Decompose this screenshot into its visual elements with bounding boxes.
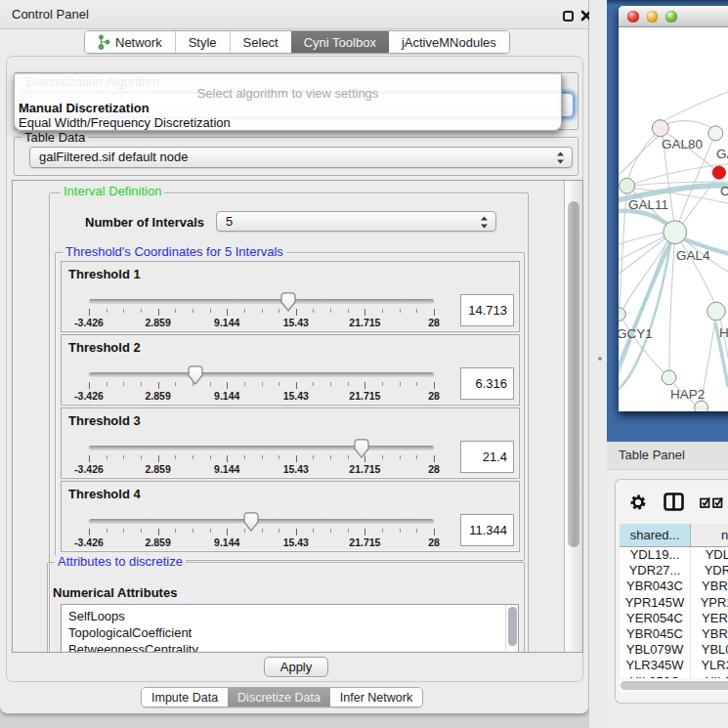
- gear-icon[interactable]: [629, 493, 647, 511]
- slider-tick: [175, 382, 176, 386]
- network-node-gal80[interactable]: [652, 120, 668, 137]
- network-edge[interactable]: [628, 133, 656, 179]
- number-of-intervals-label: Number of Intervals: [85, 215, 204, 230]
- network-edge[interactable]: [664, 121, 713, 129]
- tab-label: jActiveMNodules: [402, 35, 496, 50]
- threshold-value-field[interactable]: 14.713: [460, 294, 514, 326]
- table-horizontal-scrollbar[interactable]: [620, 679, 728, 692]
- table-row[interactable]: YLR345WYLR345W: [620, 658, 728, 673]
- tab-discretize-data[interactable]: Discretize Data: [228, 688, 330, 707]
- slider-tick: [416, 382, 417, 386]
- attribute-list-item[interactable]: TopologicalCoefficient: [62, 624, 518, 641]
- slider-tick: [89, 309, 90, 316]
- attributes-list-scrollbar[interactable]: [505, 605, 518, 653]
- attribute-list-item[interactable]: BetweennessCentrality: [62, 641, 518, 653]
- slider-track[interactable]: [89, 299, 434, 304]
- table-header-shared-name[interactable]: shared...: [620, 524, 691, 546]
- tab-cyni-toolbox[interactable]: Cyni Toolbox: [291, 31, 389, 53]
- table-cell: YPR145W: [620, 595, 691, 611]
- slider-tick-label: -3.426: [64, 317, 113, 328]
- slider-tick: [123, 455, 124, 459]
- tab-infer-network[interactable]: Infer Network: [330, 688, 422, 707]
- dropdown-option-equal-width[interactable]: Equal Width/Frequency Discretization: [15, 115, 561, 130]
- slider-track[interactable]: [89, 446, 434, 450]
- numerical-attributes-list: SelfLoopsTopologicalCoefficientBetweenne…: [61, 604, 519, 653]
- select-all-checkbox-icon[interactable]: [700, 496, 711, 508]
- threshold-value-field[interactable]: 21.4: [460, 441, 514, 473]
- slider-tick: [210, 455, 211, 459]
- slider-thumb[interactable]: [243, 512, 259, 532]
- table-row[interactable]: YBR043CYBR043C: [620, 578, 728, 594]
- slider-tick-label: 9.144: [202, 463, 251, 475]
- network-node-c[interactable]: [712, 166, 725, 179]
- table-row[interactable]: YIL052CYIL052C: [620, 674, 728, 679]
- slider-thumb[interactable]: [188, 365, 203, 385]
- slider-tick: [364, 309, 365, 316]
- network-edge[interactable]: [664, 92, 728, 121]
- tab-jactivemnodules[interactable]: jActiveMNodules: [389, 31, 509, 53]
- dropdown-placeholder-item[interactable]: Select algorithm to view settings: [15, 86, 561, 101]
- slider-tick: [210, 382, 211, 386]
- zoom-traffic-light[interactable]: [665, 11, 677, 22]
- table-row[interactable]: YPR145WYPR145W: [620, 595, 728, 611]
- threshold-label: Threshold 4: [68, 487, 141, 501]
- tab-network[interactable]: Network: [85, 31, 175, 53]
- slider-tick: [330, 309, 331, 313]
- attribute-list-item[interactable]: SelfLoops: [62, 608, 518, 624]
- slider-thumb[interactable]: [354, 439, 369, 458]
- network-canvas[interactable]: GAL80GALCGAL11GAL4GCY1HHAP2: [619, 27, 728, 411]
- network-node-gal11[interactable]: [620, 178, 635, 193]
- deselect-all-checkbox-icon[interactable]: [712, 496, 724, 508]
- dropdown-option-manual[interactable]: Manual Discretization: [15, 101, 561, 115]
- tab-impute-data[interactable]: Impute Data: [142, 688, 228, 707]
- algorithm-dropdown-popup: Select algorithm to view settings Manual…: [14, 73, 562, 131]
- slider-tick-label: 28: [409, 463, 458, 475]
- slider-track[interactable]: [89, 519, 434, 524]
- network-edge[interactable]: [619, 136, 659, 175]
- node-attribute-table: shared... n... YDL19...YDL19...YDR27...Y…: [620, 524, 728, 678]
- table-scrollbar-thumb[interactable]: [621, 681, 728, 690]
- tab-style[interactable]: Style: [175, 31, 230, 53]
- slider-tick: [193, 455, 193, 459]
- network-node-h[interactable]: [707, 302, 726, 321]
- network-node-gal[interactable]: [708, 126, 723, 141]
- settings-scrollbar-thumb[interactable]: [568, 201, 579, 547]
- column-layout-icon[interactable]: [664, 492, 684, 511]
- table-data-combobox[interactable]: galFiltered.sif default node: [29, 147, 573, 168]
- slider-tick: [278, 455, 279, 459]
- tab-label: Select: [243, 35, 278, 50]
- network-edge[interactable]: [619, 244, 670, 391]
- slider-track[interactable]: [89, 372, 434, 377]
- table-row[interactable]: YDL19...YDL19...: [620, 547, 728, 563]
- network-node-gcy1[interactable]: [619, 308, 625, 321]
- network-edge[interactable]: [669, 244, 674, 370]
- slider-tick: [141, 529, 142, 533]
- tab-select[interactable]: Select: [230, 31, 291, 53]
- slider-tick: [416, 309, 417, 313]
- splitter-handle[interactable]: [598, 357, 602, 361]
- network-node-gal4[interactable]: [664, 221, 687, 244]
- network-node[interactable]: [695, 401, 708, 411]
- table-row[interactable]: YBR045CYBR045C: [620, 626, 728, 642]
- number-of-intervals-value: 5: [226, 212, 233, 232]
- apply-button[interactable]: Apply: [264, 657, 328, 677]
- number-of-intervals-spinner[interactable]: 5: [216, 211, 496, 232]
- slider-tick: [227, 529, 228, 535]
- table-row[interactable]: YBL079WYBL079W: [620, 642, 728, 658]
- slider-tick: [107, 455, 107, 459]
- threshold-value-field[interactable]: 6.316: [460, 367, 514, 400]
- slider-tick: [175, 455, 176, 459]
- close-traffic-light[interactable]: [627, 11, 639, 22]
- float-window-icon[interactable]: [563, 11, 574, 21]
- threshold-value-field[interactable]: 11.344: [460, 514, 514, 546]
- network-node-hap2[interactable]: [662, 370, 676, 385]
- tab-label: Impute Data: [151, 691, 218, 705]
- table-row[interactable]: YDR27...YDR27...: [620, 563, 728, 578]
- table-row[interactable]: YER054CYER054C: [620, 611, 728, 626]
- table-header-name[interactable]: n...: [691, 524, 728, 546]
- settings-vertical-scrollbar[interactable]: [564, 181, 582, 652]
- slider-thumb[interactable]: [280, 292, 296, 312]
- minimize-traffic-light[interactable]: [647, 11, 659, 22]
- network-edge[interactable]: [619, 233, 664, 244]
- attributes-list-scrollbar-thumb[interactable]: [508, 607, 517, 646]
